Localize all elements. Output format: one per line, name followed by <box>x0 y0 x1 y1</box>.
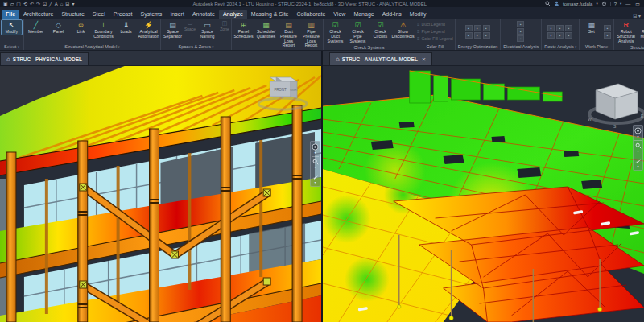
reveal-obstacles-icon[interactable]: ▪ <box>565 25 572 31</box>
nav-caret-icon[interactable]: ▾ <box>637 135 638 138</box>
measure-icon[interactable]: ╱ <box>49 1 52 7</box>
print-icon[interactable]: ⊡ <box>43 1 47 7</box>
zoom-icon[interactable] <box>312 159 319 165</box>
nav-caret-icon[interactable]: ▾ <box>637 150 638 153</box>
restore-button[interactable]: ▭ <box>634 1 641 6</box>
tab-structure[interactable]: Structure <box>57 10 88 19</box>
tab-precast[interactable]: Precast <box>109 10 137 19</box>
route-tag-icon[interactable]: ▪ <box>556 32 564 39</box>
panel-label[interactable]: Work Plane <box>580 43 613 50</box>
tab-file[interactable]: File <box>2 10 19 19</box>
sync-icon[interactable]: ⟲ <box>23 1 27 7</box>
orbit-fly-icon[interactable] <box>312 173 319 180</box>
panel-label[interactable]: Spaces & Zones ▾ <box>162 43 230 50</box>
undo-icon[interactable]: ↶ <box>30 1 34 7</box>
tab-modify[interactable]: Modify <box>406 10 431 19</box>
modify-button[interactable]: ↖Modify <box>1 19 23 35</box>
panel-schedules-button[interactable]: ⊞Panel Schedules <box>233 19 254 40</box>
help-icon[interactable]: ? <box>614 2 617 6</box>
tab-manage[interactable]: Manage <box>349 10 378 19</box>
power-analytical-icon[interactable]: ▪ <box>517 21 524 27</box>
space-separator-button[interactable]: ▤Space Separator <box>162 19 184 40</box>
redo-icon[interactable]: ↷ <box>36 1 40 7</box>
tab-steel[interactable]: Steel <box>89 10 109 19</box>
systems-analysis-icon[interactable]: ▪ <box>474 32 481 39</box>
schedule-quantities-button[interactable]: ▦Schedule/ Quantities <box>255 19 277 40</box>
panel-button[interactable]: ◇Panel <box>47 19 69 35</box>
route-delete-icon[interactable]: ▪ <box>565 32 572 39</box>
tab-systems[interactable]: Systems <box>137 10 167 19</box>
minimize-button[interactable]: — <box>625 2 631 6</box>
route-update-icon[interactable]: ▪ <box>547 32 555 39</box>
robot-structural-analysis-button[interactable]: RRobot Structural Analysis <box>615 19 637 44</box>
navigation-bar[interactable]: ▾ ▾ ▾ <box>633 125 643 171</box>
link-button[interactable]: ∞Link <box>70 19 92 35</box>
section-icon[interactable]: ⊟ <box>65 1 69 7</box>
physical-model-canvas[interactable]: FRONT RIGHT <box>0 66 321 322</box>
load-analysis-icon[interactable]: ▪ <box>517 28 524 35</box>
qat-dropdown-icon[interactable]: ▾ <box>72 1 74 7</box>
panel-label[interactable]: Electrical Analysis <box>502 43 540 50</box>
save-icon[interactable]: ▢ <box>16 1 21 7</box>
results-manager-button[interactable]: ▥Results Manager <box>638 19 644 40</box>
boundary-conditions-button[interactable]: ⊥Boundary Conditions <box>93 19 114 40</box>
nav-caret-icon[interactable]: ▾ <box>314 166 316 169</box>
ribbon-display-toggle-icon[interactable]: ⊟ ▾ <box>633 13 641 19</box>
analytical-model-canvas[interactable]: W S E <box>323 66 644 322</box>
generate-icon[interactable]: ▪ <box>483 25 490 31</box>
tab-architecture[interactable]: Architecture <box>19 10 57 19</box>
app-menu-icon[interactable]: ▣ <box>3 1 8 7</box>
route-settings-icon[interactable]: ▪ <box>556 25 564 31</box>
zoom-icon[interactable] <box>635 142 642 149</box>
panel-label[interactable]: Select ▾ <box>1 43 23 50</box>
show-workplane-icon[interactable]: ▪ <box>604 25 611 31</box>
tab-insert[interactable]: Insert <box>166 10 188 19</box>
duct-pressure-loss-report-button[interactable]: ▤Duct Pressure Loss Report <box>278 19 299 49</box>
check-pipe-systems-button[interactable]: ☑Check Pipe Systems <box>347 19 369 44</box>
app-store-icon[interactable] <box>601 1 607 6</box>
navigation-bar[interactable]: ▾ ▾ ▾ <box>310 141 320 187</box>
nav-caret-icon[interactable]: ▾ <box>314 181 316 184</box>
analytical-automation-button[interactable]: ⚡Analytical Automation <box>138 19 159 40</box>
set-button[interactable]: ▦Set <box>580 19 602 35</box>
open-file-icon[interactable]: ▱ <box>10 1 14 7</box>
show-disconnects-button[interactable]: ⚠Show Disconnects <box>392 19 414 40</box>
panel-label[interactable]: Structural Analysis <box>615 44 644 51</box>
tab-analyze[interactable]: Analyze <box>219 10 247 19</box>
create-energy-model-icon[interactable]: ▪ <box>474 25 481 31</box>
view-tab-analytical-model[interactable]: ⌂ STRUC - ANALYTICAL MODEL ✕ <box>329 52 432 65</box>
steering-wheel-icon[interactable] <box>634 127 642 134</box>
search-icon[interactable] <box>545 1 551 6</box>
user-menu-caret-icon[interactable]: ▾ <box>596 2 597 6</box>
pipe-pressure-loss-report-button[interactable]: ▥Pipe Pressure Loss Report <box>300 19 322 49</box>
panel-label[interactable]: Energy Optimization <box>456 43 500 50</box>
panel-label[interactable]: Color Fill <box>416 43 454 50</box>
help-menu-caret-icon[interactable]: ▾ <box>620 2 621 6</box>
check-circuits-button[interactable]: ☑Check Circuits <box>369 19 391 40</box>
aligned-dimension-icon[interactable]: A <box>55 1 58 7</box>
location-icon[interactable]: ▪ <box>465 25 473 31</box>
check-duct-systems-button[interactable]: ☑Check Duct Systems <box>324 19 346 44</box>
tab-view[interactable]: View <box>329 10 349 19</box>
electrical-settings-icon[interactable]: ▪ <box>517 35 524 42</box>
route-path-icon[interactable]: ▪ <box>547 25 555 31</box>
nav-caret-icon[interactable]: ▾ <box>314 151 316 155</box>
orbit-fly-icon[interactable] <box>634 157 642 164</box>
member-button[interactable]: ╱Member <box>25 19 47 35</box>
loads-button[interactable]: ⇓Loads <box>115 19 137 35</box>
close-view-icon[interactable]: ✕ <box>422 56 426 63</box>
panel-label[interactable]: Route Analysis ▾ <box>543 43 578 50</box>
space-naming-button[interactable]: ▭Space Naming <box>196 19 218 40</box>
steering-wheel-icon[interactable] <box>312 143 319 151</box>
panel-label[interactable]: Structural Analytical Model ▾ <box>25 43 159 50</box>
tab-collaborate[interactable]: Collaborate <box>293 10 330 19</box>
panel-label[interactable]: Check Systems <box>324 44 414 51</box>
view-tab-physical-model[interactable]: ⌂ STRUC - PHYSICAL MODEL <box>0 52 89 65</box>
nav-caret-icon[interactable]: ▾ <box>637 165 638 168</box>
workplane-viewer-icon[interactable]: ▪ <box>604 32 611 39</box>
signed-in-user[interactable]: tomasz.fudala <box>563 2 592 6</box>
tab-add-ins[interactable]: Add-Ins <box>378 10 406 19</box>
insight-icon[interactable]: ▪ <box>465 32 473 39</box>
export-gbxml-icon[interactable]: ▪ <box>483 32 490 39</box>
tab-annotate[interactable]: Annotate <box>188 10 219 19</box>
